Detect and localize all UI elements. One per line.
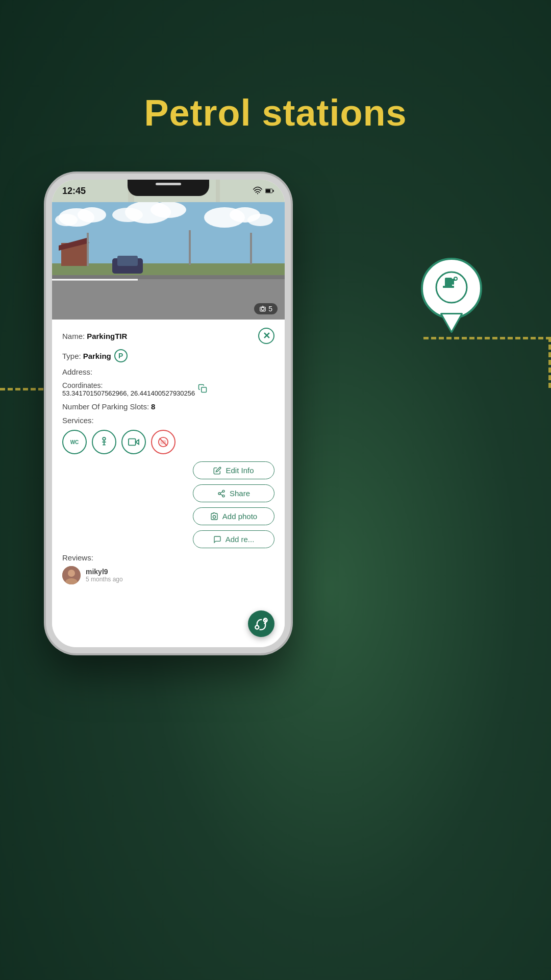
svg-point-59: [218, 493, 220, 495]
service-shower-icon: [92, 430, 116, 454]
service-camera-icon: [121, 430, 146, 454]
add-photo-label: Add photo: [222, 512, 257, 521]
svg-rect-49: [202, 387, 207, 393]
status-time: 12:45: [62, 186, 88, 197]
svg-rect-39: [87, 233, 89, 266]
svg-point-60: [222, 495, 224, 497]
address-label: Address:: [62, 368, 92, 376]
svg-line-62: [220, 492, 223, 493]
svg-rect-54: [129, 439, 136, 446]
photo-area[interactable]: 5: [52, 202, 285, 320]
svg-point-31: [151, 202, 186, 218]
page-title: Petrol stations: [0, 0, 551, 134]
type-row: Type: Parking P: [62, 349, 274, 362]
svg-rect-25: [273, 190, 274, 192]
phone-mockup: Нер... 12:45: [46, 174, 291, 653]
edit-info-button[interactable]: Edit Info: [193, 461, 274, 479]
address-row: Address:: [62, 368, 274, 376]
copy-icon[interactable]: [198, 384, 207, 395]
volume-down-button: [48, 287, 52, 305]
reviewer-avatar: [62, 566, 81, 584]
parking-slots-row: Number Of Parking Slots: 8: [62, 402, 274, 411]
svg-point-58: [222, 490, 224, 492]
coordinates-label: Coordinates:: [62, 381, 195, 389]
content-area: Name: ParkingTIR ✕ Type: Parking P Addre…: [52, 320, 285, 647]
action-buttons: Edit Info Share: [62, 461, 274, 548]
svg-rect-43: [52, 275, 285, 279]
svg-rect-41: [250, 233, 252, 264]
add-review-label: Add re...: [226, 535, 255, 544]
type-value: Parking: [83, 352, 111, 360]
type-label: Type:: [62, 352, 81, 360]
svg-rect-40: [189, 230, 191, 265]
photo-counter: 5: [254, 303, 278, 314]
name-label: Name:: [62, 332, 85, 340]
svg-point-47: [261, 307, 264, 310]
location-pin: [418, 255, 485, 332]
svg-rect-24: [266, 189, 270, 192]
close-button[interactable]: ✕: [258, 328, 274, 344]
svg-point-29: [55, 214, 78, 226]
wifi-icon: [253, 186, 262, 195]
dashed-line-right: [423, 337, 551, 388]
svg-marker-2: [442, 314, 461, 331]
share-label: Share: [230, 489, 250, 498]
time-display: 12:45: [62, 186, 86, 197]
service-restricted-icon: [151, 430, 176, 454]
services-label-row: Services:: [62, 416, 274, 425]
services-label: Services:: [62, 416, 94, 425]
reviewer-time: 5 months ago: [86, 576, 123, 583]
svg-rect-46: [117, 256, 138, 266]
services-row: WC: [62, 430, 274, 454]
photo-count-label: 5: [268, 305, 272, 313]
svg-point-28: [78, 207, 106, 223]
add-review-button[interactable]: Add re...: [193, 530, 274, 548]
svg-point-63: [213, 516, 215, 518]
parking-slots-label: Number Of Parking Slots:: [62, 402, 149, 411]
coordinates-row: Coordinates: 53.341701507562966, 26.4414…: [62, 381, 274, 397]
svg-point-35: [247, 214, 273, 226]
review-row: mikyl9 5 months ago: [62, 566, 274, 584]
parking-slots-value: 8: [151, 402, 155, 411]
battery-icon: [265, 186, 274, 195]
svg-point-65: [68, 570, 75, 577]
svg-point-67: [255, 626, 259, 629]
drag-handle: [156, 183, 181, 185]
fab-button[interactable]: [248, 610, 274, 637]
volume-up-button: [48, 261, 52, 280]
name-value: ParkingTIR: [87, 332, 127, 340]
svg-point-22: [257, 193, 258, 194]
service-wc-icon: WC: [62, 430, 87, 454]
svg-point-50: [103, 437, 106, 440]
status-icons: [253, 186, 274, 195]
svg-line-61: [220, 494, 223, 496]
svg-rect-57: [161, 440, 165, 444]
edit-info-label: Edit Info: [226, 466, 254, 475]
coordinates-value: 53.341701507562966, 26.441400527930256: [62, 389, 195, 397]
svg-point-0: [422, 259, 481, 318]
parking-badge: P: [114, 349, 128, 362]
power-button: [285, 282, 289, 317]
reviews-section: Reviews: mikyl9 5 months ago: [62, 553, 274, 584]
name-row: Name: ParkingTIR ✕: [62, 328, 274, 344]
svg-rect-5: [443, 286, 454, 288]
svg-point-32: [112, 208, 143, 222]
share-button[interactable]: Share: [193, 484, 274, 502]
svg-rect-42: [52, 275, 285, 320]
add-photo-button[interactable]: Add photo: [193, 507, 274, 525]
notch: [128, 180, 209, 196]
reviewer-name: mikyl9: [86, 568, 123, 576]
reviews-label: Reviews:: [62, 553, 93, 562]
